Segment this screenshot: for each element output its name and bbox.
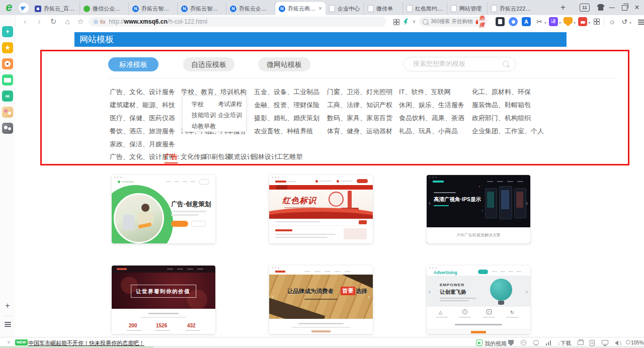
apps-grid-icon[interactable] [594, 19, 599, 24]
caret-icon[interactable]: ▾ [588, 21, 590, 25]
zoom-magnifier-icon[interactable] [626, 340, 630, 344]
hot-search[interactable]: 热搜 [475, 15, 486, 29]
reading-mode-extension-icon[interactable] [496, 17, 505, 26]
home-compass-button[interactable] [18, 2, 30, 14]
undo-restore-icon[interactable]: ↺ [620, 17, 629, 26]
category-link[interactable]: 门窗、卫浴、灯光照明 [327, 88, 392, 97]
sidebar-panda-icon[interactable] [2, 123, 13, 134]
sidebar-mail-icon[interactable] [2, 74, 13, 85]
category-link[interactable]: 服装饰品、鞋帽箱包 [472, 101, 531, 110]
subcategory-active-ad[interactable]: 广告 [165, 152, 178, 163]
tab-close-icon[interactable]: × [318, 5, 322, 12]
monitor-icon[interactable] [602, 340, 608, 344]
app-store-extension-icon[interactable]: A [522, 17, 531, 26]
tab-qtyun-mall-active[interactable]: N 乔拓云商城小程 × [275, 2, 326, 15]
reading-grid-icon[interactable] [393, 19, 399, 25]
sidebar-avatar-icon[interactable] [2, 107, 13, 118]
subcategory-link[interactable]: 园林设计 [252, 152, 278, 161]
sidebar-add-icon[interactable]: + [0, 301, 15, 311]
url-field[interactable]: 6x http://www.xmsq6.cn/h-col-122.html [89, 17, 386, 27]
theme-skin-icon[interactable] [597, 4, 605, 11]
category-link[interactable]: 餐饮、酒店、旅游服务 [110, 127, 175, 136]
sidebar-weibo-eye-icon[interactable] [2, 58, 13, 69]
category-link[interactable]: 五金、设备、工业制品 [254, 88, 319, 97]
speed-mode-badge[interactable]: 6x [100, 19, 106, 25]
carousel-left-icon[interactable]: ‹ [272, 294, 274, 300]
tab-red-template[interactable]: 红色简约风座 [403, 2, 447, 15]
caret-icon[interactable]: ▾ [544, 21, 546, 25]
category-link[interactable]: 企业集团、工作室、个人 [472, 127, 544, 136]
menu-hamburger-icon[interactable] [638, 20, 644, 25]
new-tab-button[interactable]: + [557, 0, 569, 15]
collapse-chevron-icon[interactable]: ∨ [7, 339, 11, 344]
template-card-maroon-value[interactable]: 让世界看到你的价值 200 1526 432 [112, 266, 215, 334]
shield-icon[interactable] [508, 340, 514, 346]
subcategory-link[interactable]: 工艺雕塑 [276, 152, 302, 161]
scissors-screenshot-icon[interactable]: ✂ [535, 17, 544, 26]
face-icon[interactable] [521, 340, 526, 345]
sidebar-add-collect-icon[interactable]: + [2, 26, 13, 37]
close-button[interactable]: × [632, 0, 642, 15]
sidebar-favorites-star-icon[interactable]: ★ [2, 42, 13, 53]
tab-site-manage[interactable]: 网站管理 [447, 2, 488, 15]
browser-search-box[interactable]: 360搜索 开挂购物 热搜 [419, 17, 488, 27]
sidebar-link-infinity-icon[interactable]: ∞ [2, 91, 13, 102]
template-card-dark-signage[interactable]: 高清广视角·IPS显示 ‹ › 户外广告机视觉解决方案 [427, 175, 530, 243]
filter-tab-standard[interactable]: 标准模板 [108, 57, 158, 71]
carousel-right-icon[interactable]: › [368, 294, 370, 300]
filter-tab-adaptive[interactable]: 自适应模板 [183, 57, 234, 71]
category-link[interactable]: 家政、保洁、月嫂服务 [110, 140, 175, 149]
dropdown-item-corp[interactable]: 企业培训 [218, 111, 242, 120]
template-card-green-ad[interactable]: 广告·创意策划 [112, 175, 215, 243]
category-link[interactable]: 广告、文化、设计服务 [110, 88, 175, 97]
back-icon[interactable]: ‹ [20, 15, 30, 28]
my-video-play-icon[interactable] [476, 339, 482, 346]
tab-qtyun-baidu[interactable]: 乔拓云_百度推 [31, 2, 80, 15]
tab-qtyun-build-2[interactable]: N 乔拓云智能建 [178, 2, 226, 15]
restore-button[interactable] [622, 5, 627, 11]
notes-icon[interactable] [590, 340, 595, 346]
tab-weichuandan[interactable]: 微传单 [364, 2, 403, 15]
sidebar-list-icon[interactable] [5, 322, 11, 327]
template-search-box[interactable] [404, 57, 516, 71]
tab-qtyun-222222[interactable]: 乔拓云222222 [488, 2, 536, 15]
security-shield-extension-icon[interactable] [564, 17, 573, 26]
translate-extension-icon[interactable]: 译 [549, 17, 558, 26]
tab-qtyun-enterprise[interactable]: N 乔拓云企业网 [226, 2, 275, 15]
category-link[interactable]: 休闲、娱乐、生活服务 [399, 101, 464, 110]
forward-icon[interactable]: › [34, 15, 44, 28]
blue-circle-extension-icon[interactable] [509, 17, 518, 26]
category-link[interactable]: 体育、健身、运动器材 [327, 127, 392, 136]
dropdown-item-exam[interactable]: 考试课程 [218, 100, 242, 109]
category-link[interactable]: 工商、法律、知识产权 [327, 101, 392, 110]
caret-icon[interactable]: ▾ [629, 21, 631, 25]
minimize-button[interactable]: ─ [607, 0, 617, 15]
speed-lightning-icon[interactable] [404, 19, 408, 25]
emoji-icon[interactable] [533, 340, 539, 345]
category-link[interactable]: 金融、投资、理财保险 [254, 101, 319, 110]
filter-tab-micro-site[interactable]: 微网站模板 [258, 57, 310, 71]
tab-count-box[interactable]: 11 [580, 4, 590, 12]
template-card-red-logo[interactable]: 红色标识 [269, 175, 373, 243]
tab-wechat-platform[interactable]: 微信公众平台 [80, 2, 129, 15]
signal-icon[interactable] [546, 340, 552, 345]
category-link[interactable]: 礼品、玩具、小商品 [399, 127, 458, 136]
dropdown-item-preschool[interactable]: 幼教早教 [192, 122, 216, 131]
dropdown-item-skill[interactable]: 技能培训 [192, 111, 216, 120]
refresh-icon[interactable]: ↻ [48, 15, 58, 28]
zoom-level[interactable]: 105% [631, 340, 644, 345]
category-link[interactable]: 数码、家具、家居百货 [327, 114, 392, 123]
category-link[interactable]: 政府部门、机构组织 [472, 114, 531, 123]
carousel-right-icon[interactable]: › [526, 289, 528, 295]
speaker-icon[interactable] [615, 340, 618, 345]
dropdown-item-school[interactable]: 学校 [192, 100, 204, 109]
printer-icon[interactable] [578, 340, 584, 345]
tab-enterprise-center[interactable]: 企业中心 [326, 2, 364, 15]
category-link[interactable]: 建筑建材、能源、科技 [110, 101, 175, 110]
bookmark-star-icon[interactable]: ☆ [75, 15, 86, 28]
carousel-left-icon[interactable]: ‹ [429, 289, 431, 295]
carousel-left-icon[interactable]: ‹ [429, 200, 431, 206]
category-link[interactable]: 农业畜牧、种植养殖 [254, 127, 313, 136]
template-card-light-advertising[interactable]: Advertising EMPOWER 让创意飞扬 ‹ › △ i ✓ ↻ [427, 266, 530, 334]
category-link[interactable]: 医疗、保健、医药仪器 [110, 114, 175, 123]
